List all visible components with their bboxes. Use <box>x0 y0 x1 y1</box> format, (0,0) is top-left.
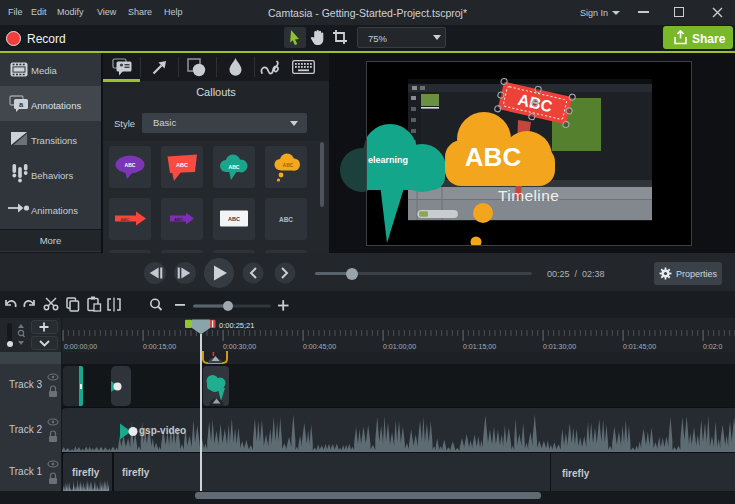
svg-text:ABC: ABC <box>283 162 294 168</box>
svg-text:ABC: ABC <box>279 216 293 223</box>
svg-text:ABC: ABC <box>120 217 129 222</box>
svg-text:ABC: ABC <box>174 217 183 222</box>
svg-text:ABC: ABC <box>125 162 136 168</box>
svg-text:ABC: ABC <box>176 162 188 168</box>
svg-text:ABC: ABC <box>229 164 240 170</box>
svg-text:ABC: ABC <box>465 142 522 172</box>
svg-text:ABC: ABC <box>228 216 240 222</box>
svg-text:Timeline: Timeline <box>498 187 559 204</box>
svg-text:elearning: elearning <box>368 155 408 165</box>
